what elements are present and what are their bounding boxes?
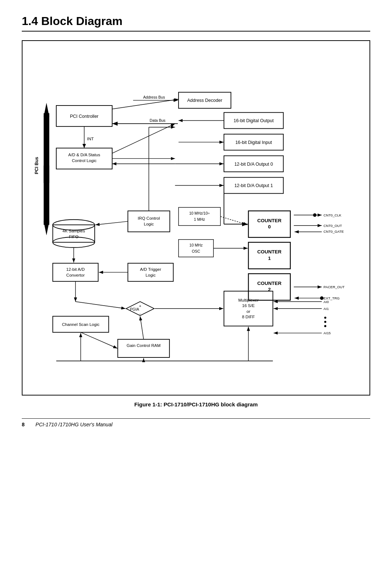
da-output0-label: 12-bit D/A Output 0 (234, 162, 273, 167)
pacer-out-label: PACER_OUT (323, 285, 344, 289)
cnt0-out-label: CNT0_OUT (323, 224, 342, 228)
adc-box (53, 263, 98, 281)
irq-fifo-arrow (95, 221, 128, 225)
ad-trigger-label1: A/D Trigger (140, 267, 161, 272)
ai-dot3 (324, 325, 326, 327)
footer-manual: PCI-1710 /1710HG User's Manual (36, 422, 113, 427)
da-output1-label: 12-bit D/A Output 1 (234, 183, 273, 188)
ad-trigger-label2: Logic (146, 273, 156, 277)
mux-label2: 16 S/E (242, 303, 255, 308)
ai-dot2 (324, 321, 326, 323)
digital-output-label: 16-bit Digital Output (234, 118, 274, 123)
address-bus-label: Address Bus (143, 95, 165, 99)
address-decoder-label: Address Decoder (187, 98, 222, 103)
pgia-label: PGIA (130, 307, 139, 311)
status-databus-arrow (112, 124, 175, 153)
ai1-label: AI1 (323, 307, 328, 311)
gain-pgia-arrow (140, 316, 144, 339)
ai0-label: AI0 (323, 300, 328, 304)
counter1-label: COUNTER (257, 249, 282, 254)
irq-control-box (128, 211, 170, 232)
pci-bus-down-rect (44, 166, 49, 225)
status-logic-label1: A/D & D/A Status (68, 153, 100, 157)
cnt0-clk-dot (313, 213, 317, 217)
osc-label2: OSC (192, 249, 200, 253)
fifo-label2: FIFO (69, 235, 78, 239)
counter0-num: 0 (268, 224, 271, 229)
adc-label2: Convertor (66, 273, 85, 277)
figure-caption: Figure 1-1: PCI-1710/PCI-1710HG block di… (22, 401, 370, 407)
cnt0-clk-label: CNT0_CLK (323, 213, 342, 217)
freq-label2: 1 MHz (194, 217, 205, 221)
pgia-minus: - (139, 311, 141, 316)
pci-bus-label: PCI Bus (34, 157, 39, 174)
counter1-num: 1 (268, 256, 271, 261)
int-label: INT (87, 137, 94, 141)
ad-trigger-box (128, 263, 173, 281)
footer-page: 8 (22, 422, 25, 427)
ai15-label: AI15 (323, 331, 331, 335)
adc-pgia-line (75, 302, 126, 309)
channel-scan-label: Channel Scan Logic (62, 322, 99, 327)
pgia-plus: + (139, 304, 142, 308)
freq-label1: 10 MHz/10÷ (189, 211, 210, 215)
freq-box (179, 207, 221, 225)
ext-trg-dot (320, 297, 324, 300)
irq-control-label1: IRQ Control (138, 216, 160, 220)
cnt0-gate-label: CNT0_GATE (323, 229, 344, 233)
status-logic-label2: Control Logic (72, 158, 97, 163)
freq-counter-dotted (220, 216, 248, 225)
osc-label1: 10 MHz (189, 243, 203, 247)
gain-control-label1: Gain Control RAM (127, 343, 161, 348)
irq-control-label2: Logic (144, 222, 154, 226)
channel-gain-arrow (81, 332, 117, 348)
adc-label1: 12-bit A/D (66, 267, 85, 272)
ai-dot1 (324, 316, 326, 319)
block-diagram-svg: PCI Bus PCI Controller Address Decoder A… (28, 48, 364, 388)
title-divider (22, 31, 370, 32)
fifo-rect (53, 225, 95, 242)
data-bus-label: Data Bus (150, 118, 166, 123)
counter0-label: COUNTER (257, 218, 282, 223)
digital-input-label: 16-bit Digital Input (235, 140, 272, 145)
osc-box (179, 240, 213, 257)
footer: 8 PCI-1710 /1710HG User's Manual (22, 418, 370, 427)
counter2-label: COUNTER (257, 281, 282, 286)
gain-control-box (118, 339, 169, 357)
pci-controller-label: PCI Controller (70, 114, 99, 119)
pci-addr-arrow (112, 99, 179, 109)
fifo-label1: 4K Samples (62, 229, 85, 233)
mux-label3: or (246, 309, 250, 314)
mux-label1: Multiplexer (238, 298, 258, 302)
mux-label4: 8 DIFF (242, 315, 255, 319)
int-arrow (82, 144, 86, 148)
section-title: 1.4 Block Diagram (22, 15, 370, 28)
diagram-container: PCI Bus PCI Controller Address Decoder A… (22, 40, 370, 396)
